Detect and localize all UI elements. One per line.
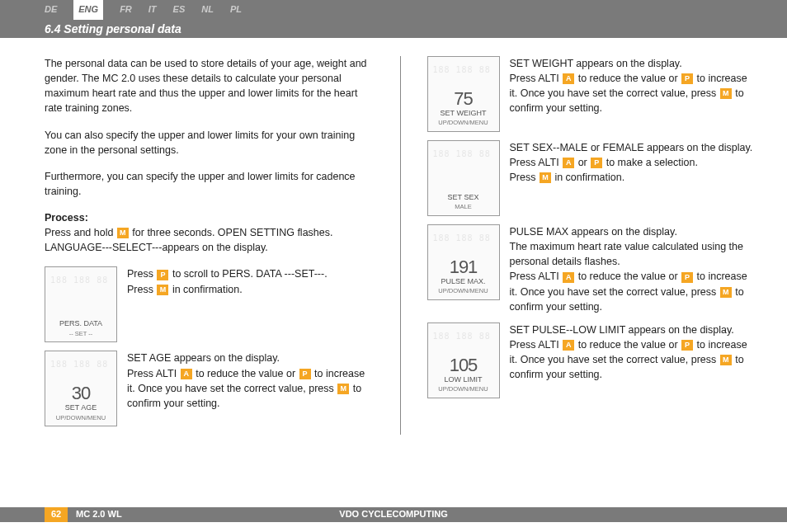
m-button-icon: M [117,228,129,238]
lcd-screen: 75SET WEIGHTUP/DOWN/MENU [427,56,500,132]
step-text: SET PULSE--LOW LIMIT appears on the disp… [510,322,756,383]
lcd-screen: SET SEXMALE [427,140,500,216]
lcd-screen: 30SET AGEUP/DOWN/MENU [45,351,117,426]
lcd-label-2: UP/DOWN/MENU [56,414,106,423]
instruction-step: PERS. DATA-- SET --Press P to scroll to … [45,266,374,342]
lang-tab-pl[interactable]: PL [230,3,242,16]
lcd-label-1: PERS. DATA [59,318,102,329]
intro-p1: The personal data can be used to store d… [45,56,374,116]
lcd-label-1: SET SEX [448,192,479,203]
page-number: 62 [45,507,68,522]
lcd-label-2: UP/DOWN/MENU [438,385,488,394]
m-button-icon: M [720,88,732,99]
lang-tab-eng[interactable]: ENG [73,0,103,20]
p-button-icon: P [299,369,311,379]
a-button-icon: A [563,272,574,283]
section-title-bar: 6.4 Setting personal data [0,20,787,38]
instruction-step: 30SET AGEUP/DOWN/MENUSET AGE appears on … [45,351,374,426]
lcd-screen: 191PULSE MAX.UP/DOWN/MENU [427,224,500,300]
m-button-icon: M [720,287,732,298]
lcd-value: 105 [450,356,478,374]
lcd-label-2: -- SET -- [69,330,93,339]
page-footer: 62 MC 2.0 WL VDO CYCLECOMPUTING [0,507,787,522]
lcd-value: 75 [454,90,472,108]
m-button-icon: M [720,355,732,365]
lang-tab-es[interactable]: ES [173,3,186,16]
p-button-icon: P [591,158,602,168]
lcd-screen: PERS. DATA-- SET -- [45,266,117,342]
lcd-screen: 105LOW LIMITUP/DOWN/MENU [427,322,500,398]
lang-tab-fr[interactable]: FR [120,3,132,16]
step-text: SET WEIGHT appears on the display.Press … [510,56,756,116]
lcd-label-1: LOW LIMIT [444,374,482,385]
p-button-icon: P [681,340,693,351]
a-button-icon: A [563,73,574,84]
step-text: SET AGE appears on the display.Press ALT… [127,351,374,411]
instruction-step: 191PULSE MAX.UP/DOWN/MENUPULSE MAX appea… [427,224,756,314]
footer-brand: VDO CYCLECOMPUTING [339,508,447,521]
footer-model: MC 2.0 WL [76,508,122,521]
lcd-label-2: UP/DOWN/MENU [438,287,488,296]
language-bar: DEENGFRITESNLPL [0,0,787,20]
p-button-icon: P [681,73,693,84]
lang-tab-nl[interactable]: NL [201,3,214,16]
step-text: SET SEX--MALE or FEMALE appears on the d… [510,140,756,185]
left-column: The personal data can be used to store d… [45,56,374,435]
step-text: Press P to scroll to PERS. DATA ---SET--… [127,266,374,296]
content-columns: The personal data can be used to store d… [0,38,787,435]
m-button-icon: M [157,285,168,295]
instruction-step: 105LOW LIMITUP/DOWN/MENUSET PULSE--LOW L… [427,322,756,398]
lcd-value: 191 [450,258,478,276]
a-button-icon: A [181,369,192,379]
right-column: 75SET WEIGHTUP/DOWN/MENUSET WEIGHT appea… [427,56,756,435]
manual-page: DEENGFRITESNLPL 6.4 Setting personal dat… [0,0,787,532]
p-button-icon: P [681,272,693,283]
a-button-icon: A [563,340,574,351]
lcd-value: 30 [72,384,90,403]
process-instruction: Press and hold M for three seconds. OPEN… [45,225,374,255]
column-divider [400,56,401,435]
lang-tab-de[interactable]: DE [45,3,57,16]
p-button-icon: P [157,270,168,280]
lcd-label-1: SET AGE [65,403,97,413]
process-label: Process: [45,210,374,225]
m-button-icon: M [540,172,551,183]
lang-tab-it[interactable]: IT [148,3,157,16]
lcd-label-1: SET WEIGHT [441,108,487,119]
lcd-label-2: UP/DOWN/MENU [438,119,488,128]
instruction-step: SET SEXMALESET SEX--MALE or FEMALE appea… [427,140,756,216]
a-button-icon: A [563,158,574,168]
instruction-step: 75SET WEIGHTUP/DOWN/MENUSET WEIGHT appea… [427,56,756,132]
section-title: 6.4 Setting personal data [45,21,181,37]
lcd-label-1: PULSE MAX. [441,276,485,287]
intro-p2: You can also specify the upper and lower… [45,128,374,158]
step-text: PULSE MAX appears on the display.The max… [510,224,756,314]
m-button-icon: M [337,384,349,394]
lcd-label-2: MALE [455,203,471,212]
intro-p3: Furthermore, you can specify the upper a… [45,169,374,199]
